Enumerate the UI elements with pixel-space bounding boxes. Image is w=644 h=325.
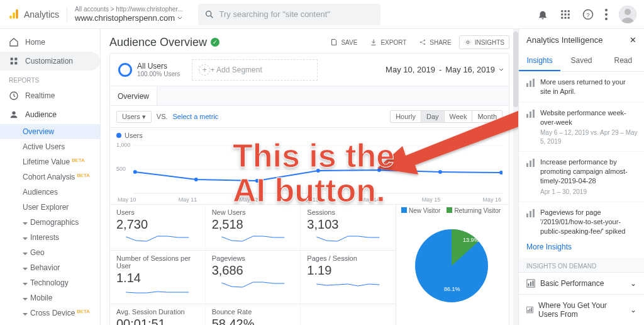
svg-rect-7 xyxy=(568,10,570,12)
save-button[interactable]: SAVE xyxy=(325,35,362,49)
svg-text:?: ? xyxy=(586,11,590,18)
svg-point-20 xyxy=(625,9,631,15)
intel-tab-saved[interactable]: Saved xyxy=(560,51,602,71)
intel-tab-insights[interactable]: Insights xyxy=(519,51,560,71)
nav-sub-audiences[interactable]: Audiences xyxy=(0,185,100,200)
nav-sub-custom[interactable]: Custom xyxy=(0,321,100,325)
svg-rect-21 xyxy=(11,58,13,60)
nav-realtime[interactable]: Realtime xyxy=(0,86,100,105)
select-metric-link[interactable]: Select a metric xyxy=(173,113,219,120)
nav-sub-technology[interactable]: Technology xyxy=(0,275,100,290)
nav-sub-geo[interactable]: Geo xyxy=(0,245,100,260)
nav-audience[interactable]: Audience xyxy=(0,105,100,124)
svg-rect-8 xyxy=(561,13,563,15)
nav-sub-behavior[interactable]: Behavior xyxy=(0,260,100,275)
nav-sub-demographics[interactable]: Demographics xyxy=(0,215,100,230)
svg-point-42 xyxy=(499,171,502,174)
nav-sub-active-users[interactable]: Active Users xyxy=(0,139,100,154)
svg-point-37 xyxy=(194,178,198,181)
chevron-down-icon xyxy=(177,16,182,21)
metric-pages-per-session[interactable]: Pages / Session1.19 xyxy=(301,251,396,304)
svg-text:1,000: 1,000 xyxy=(116,142,130,148)
add-segment-button[interactable]: + + Add Segment xyxy=(192,59,318,81)
svg-rect-69 xyxy=(531,308,532,312)
metric-sessions-per-user[interactable]: Number of Sessions per User1.14 xyxy=(110,251,205,304)
ondemand-user-sources[interactable]: Where You Get Your Users From ⌄ xyxy=(519,294,644,325)
chart-legend-users: Users xyxy=(125,132,143,139)
metric-selector[interactable]: Users ▾ xyxy=(116,111,152,123)
svg-rect-24 xyxy=(14,62,17,64)
nav-sub-cohort-analysis[interactable]: Cohort AnalysisBETA xyxy=(0,169,100,185)
gran-day[interactable]: Day xyxy=(421,111,444,122)
share-button[interactable]: SHARE xyxy=(414,35,456,49)
chevron-down-icon: ⌄ xyxy=(630,305,636,314)
insight-item[interactable]: More users returned to your site in Apri… xyxy=(519,72,644,103)
vs-label: VS. xyxy=(157,113,168,120)
svg-rect-67 xyxy=(528,310,528,312)
account-avatar[interactable] xyxy=(619,6,636,23)
home-icon xyxy=(9,37,19,47)
tab-overview[interactable]: Overview xyxy=(110,86,157,105)
gran-week[interactable]: Week xyxy=(444,111,472,122)
more-insights-link[interactable]: More Insights xyxy=(519,236,644,258)
insight-item[interactable]: Website performance week-over-weekMay 6 … xyxy=(519,103,644,152)
nav-sub-user-explorer[interactable]: User Explorer xyxy=(0,200,100,215)
report-tabs: Overview xyxy=(109,86,509,106)
insight-item[interactable]: Increase performance by promoting campai… xyxy=(519,152,644,202)
metric-users[interactable]: Users2,730 xyxy=(110,205,205,250)
save-icon xyxy=(330,38,338,46)
svg-point-41 xyxy=(438,170,442,174)
insights-icon xyxy=(464,38,472,46)
metric-new-users[interactable]: New Users2,518 xyxy=(206,205,301,250)
export-icon xyxy=(370,38,377,46)
intel-tab-read[interactable]: Read xyxy=(602,51,644,71)
svg-text:86.1%: 86.1% xyxy=(444,286,460,292)
apps-grid-icon[interactable] xyxy=(560,9,571,20)
metric-pageviews[interactable]: Pageviews3,686 xyxy=(206,251,301,304)
nav-sub-lifetime-value[interactable]: Lifetime ValueBETA xyxy=(0,154,100,169)
account-picker[interactable]: All accounts > http://www.christopher...… xyxy=(75,6,182,23)
svg-rect-47 xyxy=(526,83,528,87)
help-icon[interactable]: ? xyxy=(582,9,594,20)
search-placeholder: Try searching for "site content" xyxy=(219,9,330,19)
ondemand-basic-performance[interactable]: Basic Performance ⌄ xyxy=(519,272,644,294)
metric-sessions[interactable]: Sessions3,103 xyxy=(301,205,396,250)
search-box[interactable]: Try searching for "site content" xyxy=(198,4,380,25)
date-range-picker[interactable]: May 10, 2019 - May 16, 2019 xyxy=(386,65,504,74)
nav-sub-mobile[interactable]: Mobile xyxy=(0,290,100,305)
svg-point-16 xyxy=(605,9,608,11)
content-scrollbar[interactable] xyxy=(513,29,518,325)
account-domain: www.christopherspenn.com xyxy=(75,13,175,23)
svg-rect-52 xyxy=(533,110,535,118)
svg-rect-55 xyxy=(533,159,535,167)
granularity-toggle: Hourly Day Week Month xyxy=(390,110,502,123)
svg-point-29 xyxy=(424,43,425,45)
segment-all-users[interactable]: All Users100.00% Users xyxy=(115,59,183,81)
insight-icon xyxy=(525,158,535,168)
gran-hourly[interactable]: Hourly xyxy=(391,111,421,122)
nav-sub-cross-device[interactable]: Cross DeviceBETA xyxy=(0,305,100,321)
gran-month[interactable]: Month xyxy=(472,111,502,122)
close-icon[interactable]: ✕ xyxy=(630,35,636,45)
account-path: All accounts > http://www.christopher... xyxy=(75,6,182,13)
pie-legend: New Visitor Returning Visitor xyxy=(401,207,504,214)
metric-bounce-rate[interactable]: Bounce Rate58.42% xyxy=(206,304,301,325)
nav-sub-interests[interactable]: Interests xyxy=(0,230,100,245)
audience-icon xyxy=(9,110,19,120)
insight-item[interactable]: Pageviews for page '/2019/01/how-to-set-… xyxy=(519,202,644,236)
svg-rect-68 xyxy=(530,309,530,312)
insights-button[interactable]: INSIGHTS xyxy=(459,35,509,49)
svg-rect-48 xyxy=(530,81,531,87)
ga-logo[interactable]: Analytics xyxy=(8,8,59,21)
segment-bar: All Users100.00% Users + + Add Segment M… xyxy=(109,53,509,86)
nav-sub-overview[interactable]: Overview xyxy=(0,124,100,139)
metric-avg-session-duration[interactable]: Avg. Session Duration00:01:51 xyxy=(110,304,205,325)
nav-customization[interactable]: Customization xyxy=(0,52,100,71)
insight-icon xyxy=(525,208,535,219)
bell-icon[interactable] xyxy=(537,9,548,20)
export-button[interactable]: EXPORT xyxy=(365,35,411,49)
insight-list: More users returned to your site in Apri… xyxy=(519,72,644,236)
kebab-menu-icon[interactable] xyxy=(605,9,608,20)
svg-point-27 xyxy=(420,42,421,43)
nav-home[interactable]: Home xyxy=(0,33,100,52)
